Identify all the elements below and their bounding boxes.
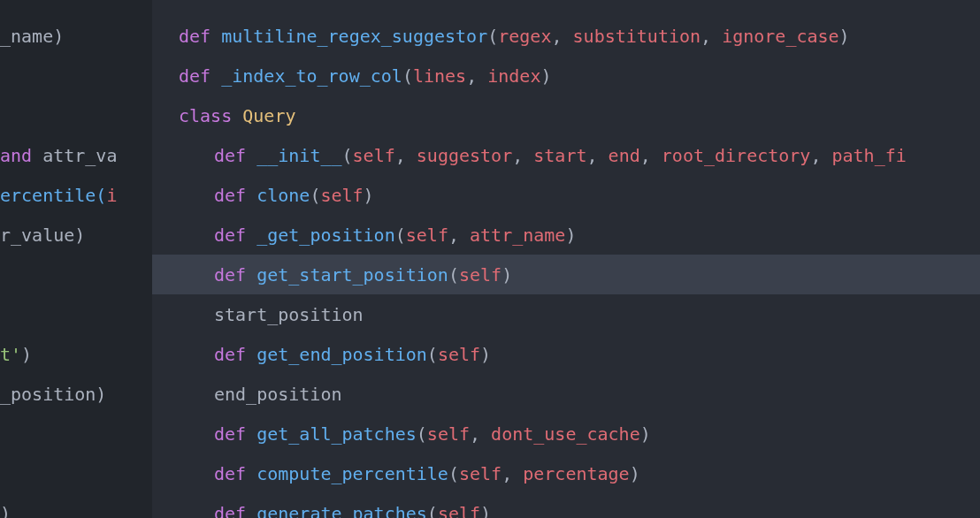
left-line-blank: [0, 414, 152, 453]
property-name: end_position: [214, 381, 342, 408]
comma: ,: [466, 63, 487, 89]
paren-open: (: [395, 222, 406, 248]
code-text: ): [21, 341, 32, 368]
outline-item-get-end-position[interactable]: def get_end_position(self): [152, 334, 980, 374]
left-line-blank: [0, 453, 152, 493]
left-line: and attr_va: [0, 135, 152, 175]
keyword-class: class: [179, 103, 232, 129]
left-line: _position): [0, 374, 152, 414]
comma: ,: [501, 461, 523, 487]
outline-item-class-query[interactable]: class Query: [152, 95, 980, 135]
paren-open: (: [402, 63, 413, 89]
function-name: _index_to_row_col: [221, 63, 402, 89]
code-text: r_value): [0, 222, 85, 248]
param: lines: [413, 63, 466, 89]
comma: ,: [640, 142, 662, 169]
paren-open: (: [487, 23, 498, 50]
paren-open: (: [417, 421, 427, 447]
code-text: attr_va: [32, 142, 117, 169]
code-text: _name): [0, 23, 64, 50]
outline-item-index-to-row-col[interactable]: def _index_to_row_col(lines, index): [152, 56, 980, 95]
function-name: get_end_position: [256, 341, 427, 368]
keyword-def: def: [214, 182, 246, 209]
param-self: self: [438, 500, 480, 519]
paren-close: ): [480, 341, 491, 368]
left-line-blank: [0, 255, 152, 294]
outline-item-get-all-patches[interactable]: def get_all_patches(self, dont_use_cache…: [152, 414, 980, 453]
paren-open: (: [310, 182, 320, 209]
comma: ,: [395, 142, 417, 169]
param: suggestor: [417, 142, 512, 169]
left-line: ): [0, 493, 152, 518]
property-name: start_position: [214, 301, 364, 328]
param-self: self: [459, 262, 501, 288]
paren-open: (: [448, 461, 459, 487]
left-code-pane[interactable]: _name) and attr_va ercentile(i r_value) …: [0, 0, 152, 518]
outline-item-get-position[interactable]: def _get_position(self, attr_name): [152, 215, 980, 255]
outline-item-compute-percentile[interactable]: def compute_percentile(self, percentage): [152, 453, 980, 493]
function-name: multiline_regex_suggestor: [221, 23, 487, 50]
function-name: compute_percentile: [256, 461, 448, 487]
param: ignore_case: [722, 23, 838, 50]
code-text: _position): [0, 381, 106, 408]
paren-close: ): [565, 222, 576, 248]
param: root_directory: [662, 142, 811, 169]
paren-close: ): [540, 63, 551, 89]
param-self: self: [353, 142, 395, 169]
paren-open: (: [342, 142, 353, 169]
left-line-blank: [0, 56, 152, 95]
comma: ,: [587, 142, 609, 169]
paren-open: (: [427, 500, 438, 519]
string-literal: t': [0, 341, 21, 368]
keyword-def: def: [214, 461, 246, 487]
keyword-def: def: [179, 23, 211, 50]
param: regex: [498, 23, 551, 50]
outline-item-start-position-prop[interactable]: start_position: [152, 294, 980, 334]
class-name: Query: [242, 103, 295, 129]
function-call: ercentile(: [0, 182, 106, 209]
left-line: _name): [0, 16, 152, 56]
outline-item-clone[interactable]: def clone(self): [152, 175, 980, 215]
param-self: self: [320, 182, 363, 209]
function-name: generate_patches: [256, 500, 427, 519]
function-name: get_all_patches: [256, 421, 417, 447]
keyword-def: def: [214, 421, 246, 447]
comma: ,: [810, 142, 831, 169]
param: percentage: [523, 461, 629, 487]
comma: ,: [470, 421, 491, 447]
param: i: [106, 182, 117, 209]
outline-item-get-start-position[interactable]: def get_start_position(self): [152, 255, 980, 294]
outline-item-init[interactable]: def __init__(self, suggestor, start, end…: [152, 135, 980, 175]
comma: ,: [512, 142, 533, 169]
param: substitution: [573, 23, 701, 50]
paren-open: (: [448, 262, 459, 288]
keyword-def: def: [214, 341, 246, 368]
outline-item-multiline-regex-suggestor[interactable]: def multiline_regex_suggestor(regex, sub…: [152, 16, 980, 56]
keyword-and: and: [0, 142, 32, 169]
code-text: ): [0, 500, 11, 519]
param: attr_name: [470, 222, 565, 248]
outline-item-generate-patches[interactable]: def generate_patches(self): [152, 493, 980, 518]
paren-close: ): [839, 23, 850, 50]
paren-open: (: [427, 341, 438, 368]
keyword-def: def: [214, 142, 246, 169]
keyword-def: def: [214, 222, 246, 248]
outline-item-end-position-prop[interactable]: end_position: [152, 374, 980, 414]
param-self: self: [459, 461, 501, 487]
param: dont_use_cache: [491, 421, 640, 447]
left-line-blank: [0, 294, 152, 334]
param: start: [533, 142, 586, 169]
paren-close: ): [501, 262, 512, 288]
keyword-def: def: [179, 63, 211, 89]
editor-container: _name) and attr_va ercentile(i r_value) …: [0, 0, 980, 518]
paren-close: ): [364, 182, 374, 209]
left-line: r_value): [0, 215, 152, 255]
param: index: [487, 63, 540, 89]
left-line-blank: [0, 95, 152, 135]
outline-pane[interactable]: def multiline_regex_suggestor(regex, sub…: [152, 0, 980, 518]
comma: ,: [551, 23, 572, 50]
comma: ,: [701, 23, 722, 50]
param-self: self: [438, 341, 480, 368]
left-line: t'): [0, 334, 152, 374]
paren-close: ): [640, 421, 651, 447]
